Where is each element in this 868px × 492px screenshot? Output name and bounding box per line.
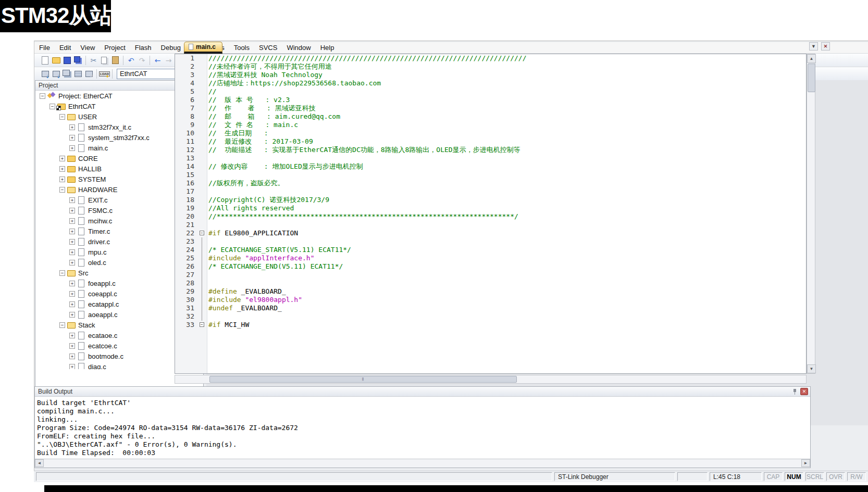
tree-item-ecatcoe-c[interactable]: +ecatcoe.c: [35, 340, 195, 351]
menu-item-file[interactable]: File: [34, 42, 55, 53]
translate-icon[interactable]: [40, 68, 51, 79]
build-icon[interactable]: [51, 68, 61, 79]
close-icon[interactable]: ✕: [800, 388, 808, 395]
code-token: _EVALBOARD_: [233, 304, 282, 312]
tree-item-mcihw-c[interactable]: +mcihw.c: [35, 216, 195, 226]
expand-icon[interactable]: +: [69, 208, 75, 213]
cut-icon[interactable]: ✂: [88, 55, 99, 66]
collapse-icon[interactable]: −: [59, 322, 65, 328]
save-icon[interactable]: [61, 55, 72, 66]
tree-item-driver-c[interactable]: +driver.c: [35, 236, 195, 247]
tree-item-hallib[interactable]: +HALLIB: [35, 163, 195, 174]
tree-item-core[interactable]: +CORE: [35, 153, 195, 163]
tree-item-stack[interactable]: −Stack: [35, 320, 195, 330]
collapse-icon[interactable]: −: [40, 93, 45, 99]
expand-icon[interactable]: +: [59, 176, 65, 182]
collapse-icon[interactable]: −: [49, 104, 55, 109]
tree-item-fsmc-c[interactable]: +FSMC.c: [35, 205, 195, 216]
expand-icon[interactable]: +: [69, 260, 75, 266]
collapse-icon[interactable]: −: [59, 114, 65, 120]
editor-horizontal-scrollbar[interactable]: ⦀: [175, 375, 807, 384]
fold-minus-icon[interactable]: −: [200, 322, 204, 327]
redo-icon[interactable]: ↷: [137, 55, 147, 66]
tree-item-system-stm32f7xx-c[interactable]: +system_stm32f7xx.c: [35, 132, 195, 143]
expand-icon[interactable]: +: [69, 291, 75, 297]
code-token: #include: [208, 296, 241, 304]
copy-icon[interactable]: [99, 55, 110, 66]
expand-icon[interactable]: +: [69, 354, 75, 359]
fold-minus-icon[interactable]: −: [200, 231, 204, 235]
tree-item-diag-c[interactable]: +diag.c: [35, 361, 195, 369]
tree-item-system[interactable]: +SYSTEM: [35, 174, 195, 184]
expand-icon[interactable]: +: [69, 145, 75, 151]
expand-icon[interactable]: +: [69, 135, 75, 141]
expand-icon[interactable]: +: [69, 364, 75, 370]
tab-main-c[interactable]: main.c: [184, 42, 222, 54]
batch-build-icon[interactable]: [72, 68, 83, 79]
menu-item-edit[interactable]: Edit: [55, 42, 76, 53]
expand-icon[interactable]: +: [69, 239, 75, 245]
expand-icon[interactable]: +: [69, 218, 75, 224]
code-editor[interactable]: 1///////////////////////////////////////…: [175, 54, 807, 374]
expand-icon[interactable]: +: [69, 281, 75, 286]
navigate-forward-icon[interactable]: →: [163, 55, 174, 66]
tree-item-foeappl-c[interactable]: +foeappl.c: [35, 278, 195, 288]
download-flash-icon[interactable]: [99, 68, 110, 79]
fold-collapse-icon[interactable]: −: [198, 321, 207, 329]
tree-item-hardware[interactable]: −HARDWARE: [35, 184, 195, 195]
expand-icon[interactable]: +: [59, 156, 65, 161]
tree-item-coeappl-c[interactable]: +coeappl.c: [35, 288, 195, 299]
editor-vertical-scrollbar[interactable]: ▲ ▼: [807, 54, 815, 374]
pin-icon[interactable]: [791, 388, 799, 395]
tree-item-project-ethercat[interactable]: −Project: EtherCAT: [35, 91, 195, 101]
rebuild-icon[interactable]: [61, 68, 72, 79]
scroll-left-icon[interactable]: ◄: [35, 459, 44, 467]
tree-item-stm32f7xx-it-c[interactable]: +stm32f7xx_it.c: [35, 122, 195, 132]
undo-icon[interactable]: ↶: [126, 55, 137, 66]
expand-icon[interactable]: +: [69, 312, 75, 318]
new-file-icon[interactable]: [40, 55, 51, 66]
tree-item-oled-c[interactable]: +oled.c: [35, 257, 195, 268]
tree-item-src[interactable]: −Src: [35, 268, 195, 278]
navigate-back-icon[interactable]: ←: [152, 55, 163, 66]
tree-item-exit-c[interactable]: +EXIT.c: [35, 195, 195, 205]
tree-item-user[interactable]: −USER: [35, 111, 195, 122]
expand-icon[interactable]: +: [69, 229, 75, 234]
expand-icon[interactable]: +: [69, 301, 75, 307]
expand-icon[interactable]: +: [59, 166, 65, 172]
doc-close-icon[interactable]: ✕: [821, 42, 830, 51]
tree-item-ecatappl-c[interactable]: +ecatappl.c: [35, 299, 195, 309]
expand-icon[interactable]: +: [69, 124, 75, 130]
expand-icon[interactable]: +: [69, 197, 75, 203]
menu-item-project[interactable]: Project: [100, 42, 130, 53]
expand-icon[interactable]: +: [69, 249, 75, 255]
save-all-icon[interactable]: [72, 55, 83, 66]
tree-item-label: foeappl.c: [88, 280, 116, 287]
expand-icon[interactable]: +: [69, 343, 75, 349]
open-file-icon[interactable]: [51, 55, 61, 66]
scroll-up-icon[interactable]: ▲: [807, 54, 816, 63]
tree-item-aoeappl-c[interactable]: +aoeappl.c: [35, 309, 195, 320]
tree-item-bootmode-c[interactable]: +bootmode.c: [35, 351, 195, 361]
tree-item-mpu-c[interactable]: +mpu.c: [35, 247, 195, 257]
code-line: 23: [175, 237, 806, 246]
scroll-down-icon[interactable]: ▼: [807, 364, 816, 373]
menu-item-view[interactable]: View: [76, 42, 100, 53]
scrollbar-thumb[interactable]: ⦀: [209, 376, 517, 383]
fold-collapse-icon[interactable]: −: [198, 229, 207, 237]
collapse-icon[interactable]: −: [59, 270, 65, 276]
paste-icon[interactable]: [110, 55, 121, 66]
menu-item-flash[interactable]: Flash: [130, 42, 156, 53]
collapse-icon[interactable]: −: [59, 187, 65, 193]
stop-build-icon[interactable]: [83, 68, 94, 79]
tree-item-main-c[interactable]: +main.c: [35, 143, 195, 153]
scrollbar-thumb[interactable]: [808, 64, 815, 92]
doc-list-chevron-icon[interactable]: ▼: [809, 42, 818, 51]
tree-item-ecataoe-c[interactable]: +ecataoe.c: [35, 330, 195, 340]
tree-item-label: stm32f7xx_it.c: [88, 123, 131, 131]
tree-item-timer-c[interactable]: +Timer.c: [35, 226, 195, 236]
build-output-scrollbar[interactable]: ◄ ►: [35, 459, 810, 468]
expand-icon[interactable]: +: [69, 333, 75, 338]
tree-item-ethrtcat[interactable]: −EthrtCAT: [35, 101, 195, 111]
scroll-right-icon[interactable]: ►: [801, 459, 810, 467]
